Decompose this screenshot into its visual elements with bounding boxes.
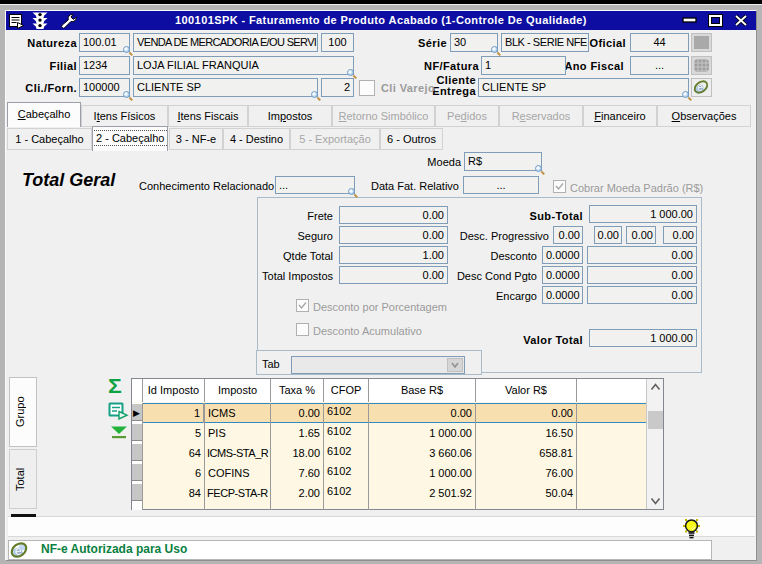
svg-text:e: e bbox=[15, 543, 22, 558]
svg-text:e: e bbox=[697, 81, 703, 93]
